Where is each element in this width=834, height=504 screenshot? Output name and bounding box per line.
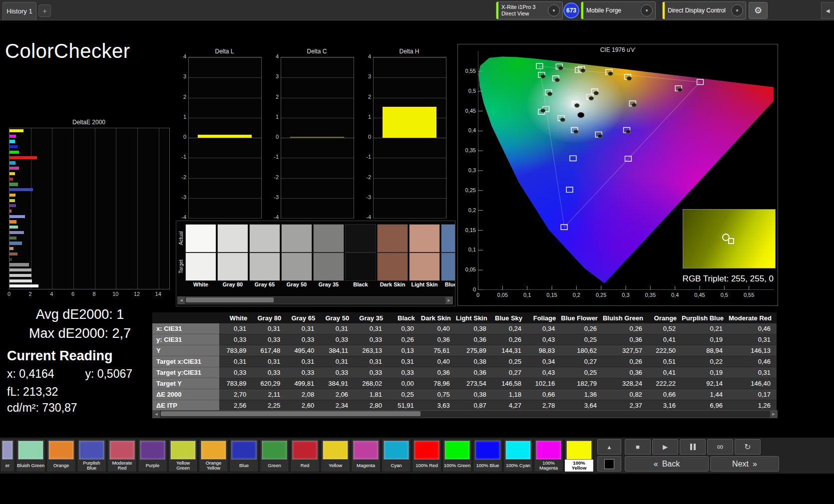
- axis-tick-label: 0,55: [459, 68, 476, 74]
- add-tab-button[interactable]: +: [38, 4, 51, 17]
- continuous-read-button[interactable]: ∞: [707, 439, 733, 455]
- loop-button[interactable]: ↻: [735, 439, 761, 455]
- table-cell: 2,70: [219, 389, 252, 400]
- deltae-chart-title: DeltaE 2000: [9, 119, 169, 126]
- patch-tile-yellow[interactable]: Yellow: [321, 439, 350, 472]
- patch-tile-red[interactable]: Red: [290, 439, 320, 472]
- patch-tile-100-cyan[interactable]: 100% Cyan: [503, 439, 533, 472]
- patch-swatch: [79, 441, 104, 460]
- column-header: Dark Skin: [420, 312, 456, 323]
- table-cell: 2,08: [286, 389, 320, 400]
- patch-tile-cyan[interactable]: Cyan: [382, 439, 411, 472]
- deltae-bar: [9, 215, 25, 218]
- table-cell: 0,31: [354, 356, 388, 367]
- column-header: Purplish Blue: [682, 312, 729, 323]
- meter-line1: X-Rite i1Pro 3: [501, 4, 545, 10]
- swatch-scrollbar-thumb[interactable]: [186, 297, 274, 302]
- panel-collapse-button[interactable]: ◀: [821, 2, 834, 19]
- column-header: White: [219, 312, 252, 323]
- axis-tick-label: 0,25: [459, 187, 476, 193]
- meter-dropdown[interactable]: X-Rite i1Pro 3 Direct View ▼: [496, 1, 563, 19]
- patch-tile-100-blue[interactable]: 100% Blue: [473, 439, 502, 472]
- axis-tick-label: 0: [3, 291, 14, 297]
- source-dropdown[interactable]: Mobile Forge ▼: [581, 1, 656, 19]
- axis-tick-label: 0,3: [459, 167, 476, 173]
- back-button[interactable]: « Back: [625, 456, 709, 472]
- patch-tile-moderate-red[interactable]: Moderate Red: [107, 439, 137, 472]
- table-cell: 0,36: [456, 367, 492, 378]
- scroll-right-icon[interactable]: ▶: [770, 411, 777, 418]
- current-cdm2: cd/m²: 730,87: [7, 401, 77, 415]
- patch-tile-blue[interactable]: Blue: [229, 439, 259, 472]
- fullscreen-patch-button[interactable]: [597, 456, 621, 472]
- table-cell: 2,78: [527, 400, 561, 411]
- measured-marker: [558, 66, 563, 70]
- table-row: y: CIE310,330,330,330,330,330,260,360,36…: [152, 334, 777, 345]
- column-header: Blue Flower: [561, 312, 603, 323]
- grid-line: [281, 178, 354, 179]
- table-cell: 0,51: [648, 356, 682, 367]
- table-cell: 0,33: [320, 367, 354, 378]
- patch-tile-green[interactable]: Green: [260, 439, 289, 472]
- table-cell: 0,36: [420, 334, 456, 345]
- chevron-down-icon[interactable]: ▼: [548, 4, 560, 16]
- axis-tick-label: 0,1: [519, 292, 536, 298]
- patch-tile-purplish-blue[interactable]: Purplish Blue: [77, 439, 106, 472]
- patch-tile-partial[interactable]: er: [0, 439, 15, 472]
- swatch-scrollbar[interactable]: ◀ ▶: [177, 296, 453, 304]
- patch-tile-purple[interactable]: Purple: [138, 439, 167, 472]
- chevron-down-icon[interactable]: ▼: [731, 4, 743, 16]
- patch-up-button[interactable]: ▲: [597, 439, 621, 455]
- swatch-column: White: [185, 221, 216, 291]
- table-scrollbar[interactable]: ◀ ▶: [152, 410, 778, 418]
- play-button[interactable]: ▶: [652, 439, 678, 455]
- scroll-right-icon[interactable]: ▶: [445, 297, 452, 304]
- table-cell: 0,66: [527, 389, 561, 400]
- column-header: Gray 50: [320, 312, 354, 323]
- back-label: Back: [662, 460, 680, 469]
- patch-tile-orange[interactable]: Orange: [46, 439, 76, 472]
- patch-tile-100-green[interactable]: 100% Green: [442, 439, 472, 472]
- stop-button[interactable]: ■: [625, 439, 651, 455]
- grid-line: [281, 198, 354, 199]
- swatch-label: Gray 65: [249, 281, 280, 287]
- patch-tile-100-magenta[interactable]: 100% Magenta: [534, 439, 563, 472]
- table-cell: 0,43: [527, 334, 561, 345]
- patch-swatch: [505, 441, 531, 460]
- axis-tick-label: -4: [362, 214, 371, 220]
- patch-tile-yellow-green[interactable]: Yellow Green: [168, 439, 198, 472]
- table-cell: 0,30: [388, 323, 420, 334]
- table-cell: 1,26: [729, 400, 777, 411]
- grid-line: [116, 128, 116, 289]
- table-cell: 0,19: [682, 334, 729, 345]
- table-cell: 499,81: [286, 378, 320, 389]
- axis-tick-label: 0,05: [494, 292, 511, 298]
- swatch-label: Dark Skin: [377, 281, 408, 287]
- display-control-dropdown[interactable]: Direct Display Control ▼: [662, 1, 746, 19]
- table-scrollbar-thumb[interactable]: [161, 411, 420, 416]
- patch-swatch: [48, 441, 74, 460]
- meter-count-badge[interactable]: 673: [563, 2, 579, 18]
- scroll-left-icon[interactable]: ◀: [153, 411, 160, 418]
- tab-history-1[interactable]: History 1: [2, 2, 36, 20]
- table-cell: 0,19: [682, 367, 729, 378]
- table-cell: 0,36: [420, 367, 456, 378]
- measured-marker: [589, 96, 594, 100]
- chevron-left-icon: ◀: [826, 8, 830, 13]
- table-cell: 0,27: [492, 367, 527, 378]
- pause-button[interactable]: [680, 439, 706, 455]
- deltae-bar: [9, 145, 17, 148]
- table-row: Target x:CIE310,310,310,310,310,310,310,…: [152, 356, 777, 367]
- patch-tile-100-red[interactable]: 100% Red: [412, 439, 441, 472]
- patch-tile-orange-yellow[interactable]: Orange Yellow: [199, 439, 228, 472]
- chevron-down-icon[interactable]: ▼: [641, 4, 653, 16]
- next-button[interactable]: Next »: [710, 456, 779, 472]
- scroll-left-icon[interactable]: ◀: [178, 297, 185, 304]
- patch-tile-100-yellow[interactable]: 100% Yellow: [564, 439, 594, 472]
- patch-tile-magenta[interactable]: Magenta: [351, 439, 381, 472]
- grid-line: [374, 158, 446, 158]
- patch-tile-bluish-green[interactable]: Bluish Green: [16, 439, 45, 472]
- settings-button[interactable]: ⚙: [749, 2, 768, 19]
- table-cell: 0,31: [252, 356, 286, 367]
- deltae-bar: [9, 188, 33, 191]
